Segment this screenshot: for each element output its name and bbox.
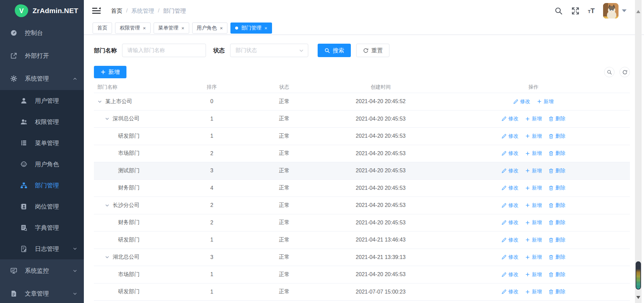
- add-link[interactable]: 新增: [537, 98, 554, 105]
- scroll-up-icon[interactable]: [636, 10, 640, 13]
- table-row[interactable]: 研发部门1正常2021-07-07 15:00:23修改新增删除: [94, 284, 630, 301]
- delete-link[interactable]: 删除: [549, 185, 566, 191]
- table-row[interactable]: 长沙分公司2正常2021-04-20 20:45:53修改新增删除: [94, 197, 630, 214]
- table-row[interactable]: 研发部门1正常2021-04-21 13:46:43修改新增删除: [94, 231, 630, 249]
- edit-link[interactable]: 修改: [501, 219, 519, 226]
- tab-menu[interactable]: 菜单管理×: [154, 23, 189, 34]
- delete-link[interactable]: 删除: [549, 168, 566, 174]
- tab-role[interactable]: 用户角色×: [192, 23, 228, 34]
- delete-link[interactable]: 删除: [549, 202, 566, 209]
- avatar[interactable]: [603, 3, 619, 18]
- table-search-toggle-button[interactable]: [604, 67, 614, 77]
- sidebar-item-article-management[interactable]: 文章管理: [0, 282, 84, 303]
- delete-link[interactable]: 删除: [549, 116, 566, 122]
- breadcrumb-item[interactable]: 首页: [111, 7, 122, 15]
- cell-status: 正常: [244, 219, 324, 226]
- tab-home[interactable]: 首页: [93, 23, 112, 34]
- scrollbar[interactable]: [635, 0, 642, 303]
- reset-button[interactable]: 重置: [356, 44, 389, 57]
- logo-row[interactable]: V ZrAdmin.NET: [0, 0, 84, 21]
- sidebar-item-user-role[interactable]: 用户角色: [0, 154, 84, 175]
- scrollbar-thumb[interactable]: [636, 261, 641, 290]
- delete-link[interactable]: 删除: [549, 219, 566, 226]
- add-link[interactable]: 新增: [525, 202, 542, 209]
- edit-link[interactable]: 修改: [501, 185, 519, 191]
- sidebar-item-system-management[interactable]: 系统管理: [0, 67, 84, 90]
- sidebar-item-system-monitor[interactable]: 系统监控: [0, 259, 84, 282]
- sidebar-item-log-management[interactable]: 日志管理: [0, 238, 84, 259]
- delete-link[interactable]: 删除: [549, 237, 566, 243]
- add-button[interactable]: 新增: [94, 66, 126, 78]
- sidebar-item-dictionary-management[interactable]: 字典管理: [0, 217, 84, 238]
- edit-link[interactable]: 修改: [501, 271, 519, 278]
- add-link[interactable]: 新增: [525, 185, 542, 191]
- tab-department[interactable]: 部门管理×: [230, 23, 272, 34]
- expand-toggle-icon[interactable]: [105, 116, 111, 121]
- edit-link[interactable]: 修改: [501, 254, 519, 260]
- delete-link[interactable]: 删除: [549, 289, 566, 295]
- add-link[interactable]: 新增: [525, 289, 542, 295]
- expand-toggle-icon[interactable]: [97, 99, 104, 104]
- add-link[interactable]: 新增: [525, 168, 542, 174]
- table-row[interactable]: 财务部门2正常2021-04-20 20:45:53修改新增删除: [94, 214, 630, 232]
- add-link[interactable]: 新增: [525, 237, 542, 243]
- table-row[interactable]: 财务部门4正常2021-04-20 20:45:53修改新增删除: [94, 180, 630, 197]
- dept-name-input[interactable]: [122, 44, 206, 57]
- search-button[interactable]: 搜索: [318, 44, 351, 57]
- table-row[interactable]: 测试部门3正常2021-04-20 20:45:53修改新增删除: [94, 162, 630, 180]
- user-menu[interactable]: [603, 3, 627, 18]
- sidebar-item-post-management[interactable]: 岗位管理: [0, 196, 84, 217]
- edit-link[interactable]: 修改: [501, 150, 519, 157]
- edit-link[interactable]: 修改: [501, 202, 519, 209]
- add-link[interactable]: 新增: [525, 150, 542, 157]
- search-icon[interactable]: [554, 7, 563, 15]
- status-select[interactable]: 部门状态: [230, 44, 308, 57]
- sidebar-item-menu-management[interactable]: 菜单管理: [0, 132, 84, 154]
- table-row[interactable]: 市场部门2正常2021-04-20 20:45:53修改新增删除: [94, 145, 630, 163]
- cell-actions: 修改新增删除: [437, 133, 630, 139]
- table-refresh-button[interactable]: [620, 67, 630, 77]
- scroll-down-icon[interactable]: [636, 296, 640, 299]
- sidebar-item-external-open[interactable]: 外部打开: [0, 44, 84, 67]
- fullscreen-icon[interactable]: [571, 7, 580, 15]
- close-icon[interactable]: ×: [220, 26, 223, 31]
- add-link[interactable]: 新增: [525, 271, 542, 278]
- breadcrumb-item: 部门管理: [163, 7, 186, 15]
- edit-link[interactable]: 修改: [501, 168, 519, 174]
- cell-created: 2021-04-20 20:45:53: [324, 133, 437, 139]
- add-link[interactable]: 新增: [525, 254, 542, 260]
- edit-link[interactable]: 修改: [513, 98, 530, 105]
- sidebar-item-user-management[interactable]: 用户管理: [0, 90, 84, 111]
- close-icon[interactable]: ×: [264, 26, 267, 31]
- delete-link[interactable]: 删除: [549, 254, 566, 260]
- badge-icon: [20, 203, 28, 210]
- add-link[interactable]: 新增: [525, 133, 542, 139]
- sidebar-item-dashboard[interactable]: 控制台: [0, 21, 84, 44]
- table-row[interactable]: 深圳总公司1正常2021-04-20 20:45:53修改新增删除: [94, 111, 630, 128]
- table-row[interactable]: 研发部门1正常2021-04-20 20:45:53修改新增删除: [94, 128, 630, 145]
- font-size-icon[interactable]: TT: [588, 7, 595, 14]
- close-icon[interactable]: ×: [143, 26, 146, 31]
- table-row[interactable]: 市场部门1正常2021-04-20 20:45:53修改新增删除: [94, 266, 630, 284]
- delete-link[interactable]: 删除: [549, 150, 566, 157]
- add-link[interactable]: 新增: [525, 219, 542, 226]
- menu-fold-icon[interactable]: [92, 7, 101, 15]
- expand-toggle-icon[interactable]: [105, 255, 111, 260]
- tab-permission[interactable]: 权限管理×: [115, 23, 151, 34]
- add-link[interactable]: 新增: [525, 116, 542, 122]
- close-icon[interactable]: ×: [181, 26, 184, 31]
- delete-link[interactable]: 删除: [549, 271, 566, 278]
- delete-link[interactable]: 删除: [549, 133, 566, 139]
- table-row[interactable]: 湖北总公司3正常2021-04-21 13:39:13修改新增删除: [94, 249, 630, 266]
- edit-link[interactable]: 修改: [501, 237, 519, 243]
- column-header: 状态: [244, 84, 324, 90]
- edit-link[interactable]: 修改: [501, 289, 519, 295]
- sidebar-item-department-management[interactable]: 部门管理: [0, 175, 84, 196]
- action-label: 修改: [508, 202, 519, 209]
- sidebar-item-permission-management[interactable]: 权限管理: [0, 111, 84, 132]
- trash-icon: [549, 116, 553, 121]
- table-row[interactable]: 某上市公司0正常2021-04-20 20:45:52修改新增: [94, 93, 630, 111]
- expand-toggle-icon[interactable]: [105, 203, 111, 208]
- edit-link[interactable]: 修改: [501, 116, 519, 122]
- edit-link[interactable]: 修改: [501, 133, 519, 139]
